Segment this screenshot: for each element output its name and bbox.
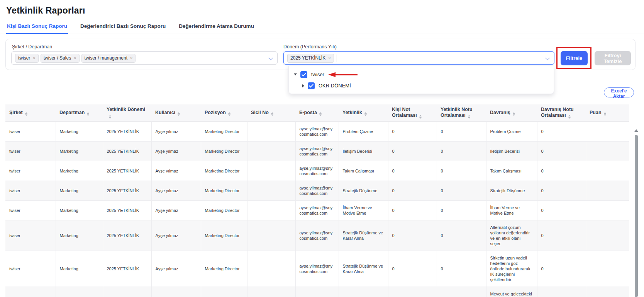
cell: ayse.yilmaz@snycosmatics.com (295, 251, 339, 287)
dropdown-option-0[interactable]: twiser (289, 69, 554, 80)
cell: twiser (5, 181, 56, 200)
cell (247, 181, 295, 200)
cell: Marketing Director (201, 251, 247, 287)
sort-icon[interactable] (513, 112, 515, 116)
filter-button[interactable]: Filtrele (561, 51, 588, 65)
cell (247, 141, 295, 161)
cell: 2025 YETKİNLİK (103, 121, 151, 141)
cell (586, 251, 629, 287)
cell: Ayşe yılmaz (151, 287, 201, 297)
column-header-4[interactable]: Pozisyon (201, 104, 247, 121)
cell: 0 (388, 161, 437, 181)
cell: 0 (537, 161, 586, 181)
cell: Stratejik Düşünme (486, 181, 537, 200)
caret-down-icon[interactable] (294, 73, 297, 75)
column-header-2[interactable]: Yetkinlik Dönemi (103, 104, 151, 121)
cell (586, 141, 629, 161)
company-department-select[interactable]: twiser×twiser / Sales×twiser / managemen… (11, 51, 278, 65)
cell (247, 251, 295, 287)
cell: Stratejik Düşünme ve Karar Alma (339, 220, 388, 251)
remove-chip-icon[interactable]: × (130, 56, 132, 61)
checked-checkbox[interactable] (308, 82, 315, 89)
column-header-label: Şirket (9, 110, 23, 115)
column-header-label: Kullanıcı (155, 110, 175, 115)
cell (586, 287, 629, 297)
scrollbar-thumb[interactable] (635, 135, 638, 297)
remove-chip-icon[interactable]: × (74, 56, 76, 61)
cell: 0 (437, 287, 486, 297)
sort-icon[interactable] (364, 112, 367, 116)
cell: 2025 YETKİNLİK (103, 141, 151, 161)
column-header-8[interactable]: Kişi Not Ortalaması (388, 104, 437, 121)
annotation-arrow-icon (328, 72, 358, 77)
checked-checkbox[interactable] (300, 71, 307, 78)
chevron-down-icon[interactable] (545, 56, 549, 60)
sort-icon[interactable] (228, 112, 230, 116)
period-chip-0: 2025 YETKİNLİK× (287, 54, 334, 63)
cell: İlham Verme ve Motive Etme (486, 200, 537, 220)
column-header-3[interactable]: Kullanıcı (151, 104, 201, 121)
cell: Takım Çalışması (339, 161, 388, 181)
sort-icon[interactable] (178, 112, 180, 116)
caret-right-icon[interactable] (302, 84, 304, 87)
column-header-9[interactable]: Yetkinlik Notu Ortalaması (437, 104, 486, 121)
export-excel-button[interactable]: Excel'e Aktar (604, 87, 634, 97)
sort-icon[interactable] (271, 112, 273, 116)
tab-2[interactable]: Değerlendirme Atama Durumu (178, 20, 255, 34)
scrollbar-up-arrow-icon[interactable] (634, 129, 638, 132)
column-header-11[interactable]: Davranış Notu Ortalaması (537, 104, 586, 121)
text-cursor (337, 55, 337, 62)
cell: 2025 YETKİNLİK (103, 251, 151, 287)
table-scrollbar[interactable] (634, 122, 639, 297)
column-header-6[interactable]: E-posta (295, 104, 339, 121)
table-row-3: twiserMarketing2025 YETKİNLİKAyşe yılmaz… (5, 181, 629, 200)
cell: Marketing (56, 161, 103, 181)
cell: Ayşe yılmaz (151, 200, 201, 220)
column-header-label: Yetkinlik (342, 110, 362, 115)
column-header-5[interactable]: Sicil No (247, 104, 295, 121)
column-header-1[interactable]: Departman (56, 104, 103, 121)
cell: 0 (537, 251, 586, 287)
table-row-5: twiserMarketing2025 YETKİNLİKAyşe yılmaz… (5, 220, 629, 251)
sort-icon[interactable] (468, 115, 470, 119)
cell: 0 (388, 181, 437, 200)
column-header-12[interactable]: Puan (586, 104, 629, 121)
sort-icon[interactable] (568, 115, 571, 119)
cell: 2025 YETKİNLİK (103, 287, 151, 297)
cell: 2025 YETKİNLİK (103, 220, 151, 251)
column-header-10[interactable]: Davranış (486, 104, 537, 121)
cell: Problem Çözme (486, 121, 537, 141)
sort-icon[interactable] (87, 112, 89, 116)
table-row-4: twiserMarketing2025 YETKİNLİKAyşe yılmaz… (5, 200, 629, 220)
cell: 0 (388, 121, 437, 141)
sort-icon[interactable] (604, 112, 606, 116)
cell: 0 (437, 121, 486, 141)
remove-chip-icon[interactable]: × (328, 56, 330, 61)
cell: 0 (437, 251, 486, 287)
sort-icon[interactable] (419, 115, 422, 119)
cell (247, 287, 295, 297)
results-table: ŞirketDepartmanYetkinlik DönemiKullanıcı… (5, 104, 634, 297)
column-header-7[interactable]: Yetkinlik (339, 104, 388, 121)
table-row-6: twiserMarketing2025 YETKİNLİKAyşe yılmaz… (5, 251, 629, 287)
dropdown-option-1[interactable]: OKR DÖNEMİ (289, 80, 554, 91)
cell: 0 (537, 121, 586, 141)
dropdown-option-label: OKR DÖNEMİ (319, 83, 351, 89)
chevron-down-icon[interactable] (268, 56, 273, 60)
cell: twiser (5, 251, 56, 287)
cell: 0 (388, 287, 437, 297)
cell: Problem Çözme (339, 121, 388, 141)
clear-filter-button[interactable]: Filtreyi Temizle (595, 51, 631, 65)
tab-1[interactable]: Değerlendirici Bazlı Sonuç Raporu (80, 20, 166, 34)
remove-chip-icon[interactable]: × (33, 56, 35, 61)
cell: 2025 YETKİNLİK (103, 200, 151, 220)
sort-icon[interactable] (319, 112, 322, 116)
column-header-0[interactable]: Şirket (5, 104, 56, 121)
sort-icon[interactable] (109, 115, 111, 119)
tab-0[interactable]: Kişi Bazlı Sonuç Raporu (6, 20, 68, 34)
sort-icon[interactable] (25, 112, 27, 116)
cell: Marketing (56, 287, 103, 297)
cell: twiser (5, 220, 56, 251)
cell (247, 161, 295, 181)
period-select[interactable]: 2025 YETKİNLİK× (283, 51, 554, 65)
